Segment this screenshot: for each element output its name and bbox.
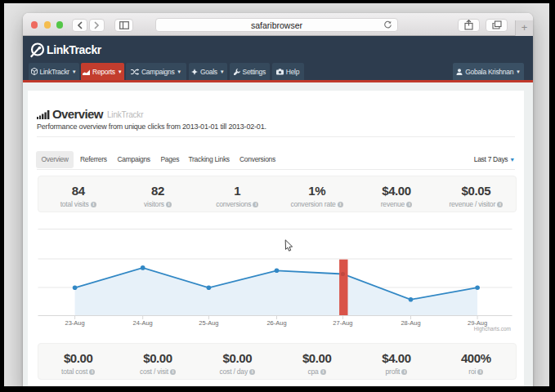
svg-text:24-Aug: 24-Aug — [133, 318, 153, 326]
svg-text:27-Aug: 27-Aug — [333, 318, 352, 326]
svg-text:Highcharts.com: Highcharts.com — [474, 325, 511, 332]
svg-text:26-Aug: 26-Aug — [266, 318, 286, 326]
svg-text:23-Aug: 23-Aug — [65, 318, 85, 326]
svg-text:25-Aug: 25-Aug — [199, 318, 218, 326]
svg-text:28-Aug: 28-Aug — [401, 318, 420, 326]
